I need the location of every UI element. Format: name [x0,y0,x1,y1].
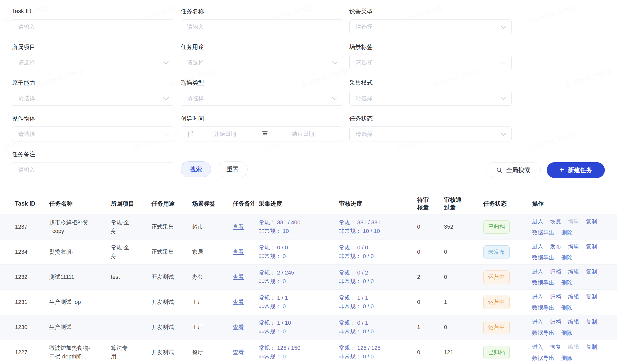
cell-purpose: 开发测试 [151,273,192,281]
collect-progress-line: 常规： 125 / 150 [259,344,337,352]
action-link[interactable]: 删除 [561,329,572,337]
task-name-input[interactable] [181,19,343,34]
task-name-text: 微波炉加热食物-干扰-depth降... [49,344,93,361]
action-link[interactable]: 删除 [561,279,572,287]
collect-progress-line: 常规： 381 / 400 [259,218,337,227]
task-remark-label: 任务备注 [12,151,174,158]
teleop-type-select[interactable]: 请选择 [181,91,343,106]
new-task-label: 新建任务 [568,166,592,174]
project-select[interactable]: 请选择 [12,55,174,70]
action-link[interactable]: 编辑 [568,293,579,301]
table-row: 1237超市冷鲜柜补货_copy常规-全身正式采集超市查看常规： 381 / 4… [0,214,617,239]
action-link[interactable]: 编辑 [568,268,579,276]
cell-pending-count: 0 [415,249,443,255]
task-id-input[interactable] [12,19,174,34]
cell-remark: 查看 [233,273,254,281]
start-date-placeholder[interactable]: 开始日期 [214,130,236,138]
search-button[interactable]: 搜索 [181,161,211,177]
collect-mode-select[interactable]: 请选择 [349,91,512,106]
review-progress-line: 非常规： 0 / 0 [339,302,415,311]
action-link[interactable]: 删除 [561,254,572,262]
status-badge: 运营中 [483,270,510,284]
task-status-select[interactable]: 请选择 [349,126,512,141]
teleop-type-label: 遥操类型 [181,79,343,86]
operate-object-label: 操作物体 [12,115,174,122]
action-link[interactable]: 删除 [561,304,572,312]
scene-tag-select[interactable]: 请选择 [349,55,512,70]
action-link[interactable]: 恢复 [550,217,561,225]
review-progress-line: 常规： 0 / 2 [339,268,415,277]
view-remark-link[interactable]: 查看 [233,324,244,330]
action-link[interactable]: 归档 [550,268,561,276]
cell-task-id: 1230 [0,324,49,331]
filter-teleop-type: 遥操类型 请选择 [181,79,343,106]
filter-purpose: 任务用途 请选择 [181,43,343,70]
operation-links: 进入归档编辑复制数据导出删除 [532,293,606,312]
action-link[interactable]: 编辑 [568,243,579,250]
purpose-select[interactable]: 请选择 [181,55,343,70]
task-id-label: Task ID [12,8,174,15]
action-link[interactable]: 发布 [550,243,561,250]
new-task-button[interactable]: + 新建任务 [547,162,605,178]
purpose-label: 任务用途 [181,43,343,50]
action-link[interactable]: 归档 [550,318,561,326]
action-link[interactable]: 复制 [586,268,597,276]
table-row: 1231生产测试_op开发测试工厂查看常规： 1 / 1非常规： 0常规： 1 … [0,289,617,315]
operate-object-select[interactable]: 请选择 [12,126,174,141]
header-pending-count: 待审核量 [415,196,443,211]
review-progress-line: 非常规： 0 / 0 [339,252,415,261]
cell-approved-count: 121 [443,349,482,356]
action-link[interactable]: 复制 [586,343,597,351]
cell-scene-tag: 办公 [192,273,233,281]
action-link[interactable]: 复制 [586,217,597,225]
review-progress-line: 非常规： 0 / 0 [339,352,415,361]
view-remark-link[interactable]: 查看 [233,349,244,355]
action-link[interactable]: 删除 [561,354,572,362]
header-task-status: 任务状态 [482,200,530,207]
action-link[interactable]: 进入 [532,318,543,326]
review-progress-line: 常规： 1 / 1 [339,294,415,302]
create-time-range-picker[interactable]: 开始日期 至 结束日期 [181,126,343,141]
status-badge: 已归档 [483,220,510,234]
action-link[interactable]: 数据导出 [532,229,554,236]
action-link[interactable]: 恢复 [550,343,561,351]
global-search-button[interactable]: 全局搜索 [486,162,541,178]
action-link[interactable]: 数据导出 [532,254,554,262]
action-link[interactable]: 数据导出 [532,354,554,362]
action-link[interactable]: 复制 [586,293,597,301]
action-link[interactable]: 进入 [532,243,543,250]
action-link[interactable]: 删除 [561,229,572,236]
form-buttons: 搜索 重置 [181,151,343,177]
cell-task-name: 生产测试 [49,323,111,332]
action-link[interactable]: 进入 [532,217,543,225]
atomic-ability-select[interactable]: 请选择 [12,91,174,106]
end-date-placeholder[interactable]: 结束日期 [292,130,314,138]
collect-progress-line: 非常规： 0 [259,252,337,261]
view-remark-link[interactable]: 查看 [233,249,244,255]
action-link[interactable]: 数据导出 [532,279,554,287]
cell-project [111,324,151,331]
create-time-label: 创建时间 [181,115,343,122]
table-body: 1237超市冷鲜柜补货_copy常规-全身正式采集超市查看常规： 381 / 4… [0,214,617,364]
action-link[interactable]: 归档 [550,293,561,301]
filter-task-name: 任务名称 [181,8,343,34]
task-remark-input[interactable] [12,162,174,177]
cell-project [111,299,151,305]
device-type-select[interactable]: 请选择 [349,19,512,34]
action-link[interactable]: 数据导出 [532,304,554,312]
action-link[interactable]: 进入 [532,343,543,351]
cell-remark: 查看 [233,349,254,356]
action-link[interactable]: 编辑 [568,318,579,326]
cell-project: 算法专用 [111,344,151,361]
action-link[interactable]: 进入 [532,268,543,276]
action-link[interactable]: 复制 [586,243,597,250]
view-remark-link[interactable]: 查看 [233,274,244,280]
status-badge: 运营中 [483,296,510,309]
view-remark-link[interactable]: 查看 [233,299,244,305]
action-link[interactable]: 复制 [586,318,597,326]
action-link[interactable]: 数据导出 [532,329,554,337]
view-remark-link[interactable]: 查看 [233,224,244,230]
action-link[interactable]: 进入 [532,293,543,301]
watermark-text: {{current_time}} [528,130,577,152]
reset-button[interactable]: 重置 [218,161,248,177]
